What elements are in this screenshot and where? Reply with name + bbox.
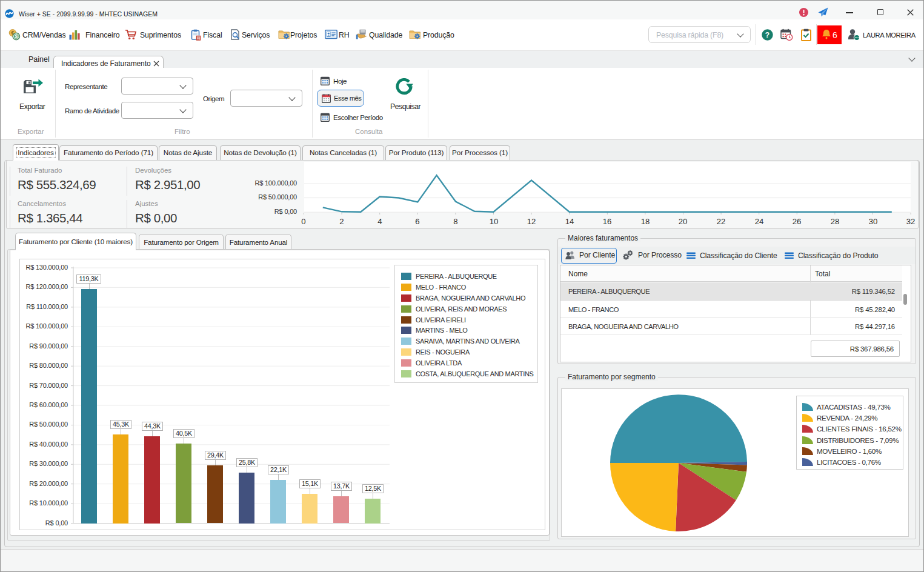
svg-text:$: $ bbox=[15, 33, 18, 39]
svg-text:?: ? bbox=[765, 31, 769, 39]
